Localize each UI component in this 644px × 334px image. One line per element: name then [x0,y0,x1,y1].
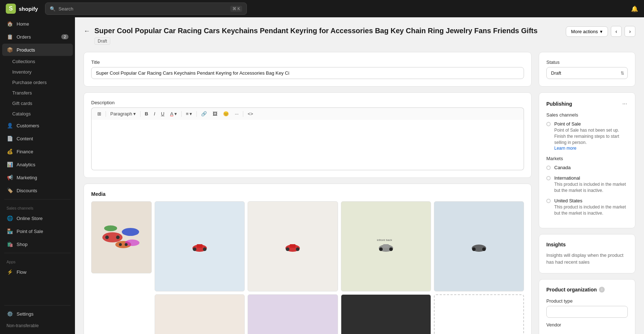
media-thumb-main[interactable] [91,201,152,273]
market-dot-international [546,176,551,180]
publishing-header: Publishing ··· [546,100,628,108]
svg-point-30 [482,247,486,251]
media-main-thumb [91,201,152,334]
sidebar-item-orders[interactable]: 📋 Orders 2 [2,31,73,43]
sidebar-item-customers[interactable]: 👤 Customers [2,119,73,132]
sidebar-item-finance[interactable]: 💰 Finance [2,145,73,158]
sidebar-item-transfers[interactable]: Transfers [2,88,73,98]
media-thumb-4[interactable]: infront back [341,201,431,291]
discounts-icon: 🏷️ [6,187,13,194]
product-form: Title Description ⊞ Paragraph ▾ [84,52,635,334]
sidebar-item-label: Shop [17,242,27,247]
sidebar-item-marketing[interactable]: 📢 Marketing [2,171,73,184]
side-column: Status Draft Active ⇅ Publishing ··· [539,52,635,334]
rte-paragraph-button[interactable]: Paragraph ▾ [108,110,138,118]
sidebar-item-home[interactable]: 🏠 Home [2,18,73,30]
logo: S shopify [6,4,38,14]
chevron-down-icon: ▾ [133,111,136,117]
rte-color-button[interactable]: A ▾ [168,110,179,118]
sidebar-item-discounts[interactable]: 🏷️ Discounts [2,184,73,197]
car-image-6 [189,329,210,334]
rte-link-button[interactable]: 🔗 [199,110,209,118]
purchase-orders-label: Purchase orders [12,80,46,85]
car-image-4: infront back [375,236,397,257]
media-add-button[interactable]: + [434,294,524,334]
sales-channels-section-label: Sales channels [0,202,75,212]
rte-align-button[interactable]: ≡ ▾ [184,110,195,118]
link-icon: 🔗 [201,111,207,117]
search-bar[interactable]: 🔍 Search ⌘ K [45,3,247,15]
sales-channels-title: Sales channels [546,112,628,118]
sidebar-item-label: Customers [17,123,39,128]
rte-bold-button[interactable]: B [143,110,150,118]
settings-label: Settings [17,311,34,317]
italic-icon: I [154,111,155,117]
search-shortcut: ⌘ K [230,6,242,12]
sidebar-item-purchase-orders[interactable]: Purchase orders [2,78,73,87]
sidebar-item-label: Discounts [17,188,37,193]
back-button[interactable]: ← [84,27,90,35]
non-transferable: Non-transferable [0,320,75,331]
learn-more-link[interactable]: Learn more [554,146,576,151]
sidebar-item-label: Online Store [17,216,43,221]
media-thumb-overlay[interactable]: +2 [341,294,431,334]
info-icon: i [599,287,605,293]
rte-body[interactable] [91,120,524,170]
sidebar-item-analytics[interactable]: 📊 Analytics [2,158,73,171]
product-type-input[interactable] [546,306,628,318]
sidebar-item-products[interactable]: 📦 Products [2,44,73,56]
market-content-international: International This product is included i… [554,175,628,194]
orders-badge: 2 [61,34,68,39]
sidebar-item-shop[interactable]: 🛍️ Shop [2,238,73,250]
media-thumb-2[interactable] [155,201,245,291]
sidebar-item-point-of-sale[interactable]: 🏪 Point of Sale [2,225,73,237]
nav-prev-button[interactable]: ‹ [611,26,622,37]
code-icon: <> [248,111,253,117]
media-count-overlay[interactable]: +2 [341,295,431,334]
sidebar-item-inventory[interactable]: Inventory [2,67,73,77]
sidebar-item-content[interactable]: 📄 Content [2,132,73,145]
market-dot-us [546,199,551,203]
underline-icon: U [161,111,164,117]
media-thumb-6[interactable] [155,294,245,334]
sidebar-item-settings[interactable]: ⚙️ Settings [2,308,73,320]
chevron-down-icon: ▾ [190,111,192,117]
orders-icon: 📋 [6,34,13,40]
rte-italic-button[interactable]: I [152,110,157,118]
media-thumb-7[interactable] [248,294,338,334]
rte-underline-button[interactable]: U [159,110,166,118]
svg-point-8 [125,243,128,246]
status-select-wrapper: Draft Active ⇅ [546,67,628,79]
title-input[interactable] [91,67,524,79]
rte-code-button[interactable]: <> [245,110,255,118]
media-thumb-3[interactable] [248,201,338,291]
rte-more-button[interactable]: ··· [232,110,241,118]
market-name-international: International [554,175,628,181]
rte-emoji-button[interactable]: 😊 [221,110,231,118]
media-thumb-5[interactable] [434,201,524,291]
rte-toolbar: ⊞ Paragraph ▾ B I [91,107,524,120]
nav-next-button[interactable]: › [625,26,635,37]
content-area: ← Super Cool Popular Car Racing Cars Key… [75,17,644,334]
emoji-icon: 😊 [223,111,229,117]
media-title: Media [91,191,524,197]
sidebar-item-label: Analytics [17,162,35,167]
notification-bell-icon[interactable]: 🔔 [631,5,638,12]
rte-format-button[interactable]: ⊞ [95,110,103,118]
media-card: Media [84,184,532,334]
svg-point-9 [119,243,122,246]
market-content-us: United States This product is included i… [554,198,628,216]
rte-image-button[interactable]: 🖼 [210,110,219,118]
sidebar-item-collections[interactable]: Collections [2,57,73,66]
sidebar-item-gift-cards[interactable]: Gift cards [2,98,73,108]
collections-label: Collections [12,59,35,64]
more-actions-button[interactable]: More actions ▾ [566,26,608,37]
more-actions-label: More actions [571,29,598,34]
publishing-menu-button[interactable]: ··· [622,100,628,108]
sidebar-item-catalogs[interactable]: Catalogs [2,109,73,119]
svg-point-4 [104,225,117,231]
status-select[interactable]: Draft Active [546,67,628,79]
product-type-label: Product type [546,298,628,304]
sidebar-item-flow[interactable]: ⚡ Flow [2,266,73,278]
sidebar-item-online-store[interactable]: 🌐 Online Store [2,212,73,224]
